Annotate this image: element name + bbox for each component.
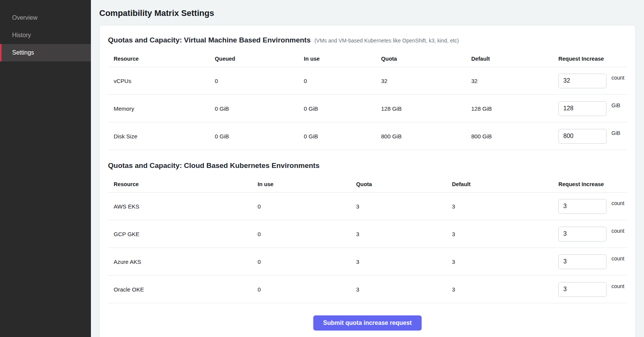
quota-cell: 800 GiB — [381, 133, 471, 140]
in-use-cell: 0 — [304, 78, 381, 84]
vm-section-title: Quotas and Capacity: Virtual Machine Bas… — [108, 36, 311, 44]
quota-cell: 3 — [356, 203, 452, 210]
table-row-memory: Memory 0 GiB 0 GiB 128 GiB 128 GiB GiB — [108, 95, 627, 122]
vm-quotas-section: Quotas and Capacity: Virtual Machine Bas… — [108, 36, 627, 150]
resource-cell: GCP GKE — [114, 231, 258, 237]
submit-button-row: Submit quota increase request — [108, 315, 627, 331]
request-increase-cell: count — [558, 227, 627, 241]
column-header-resource: Resource — [114, 181, 258, 187]
unit-label: count — [611, 283, 624, 289]
column-header-queued: Queued — [215, 56, 304, 62]
resource-cell: AWS EKS — [114, 203, 258, 210]
sidebar-nav: Overview History Settings — [0, 9, 91, 61]
resource-cell: Memory — [114, 105, 215, 112]
request-increase-cell: count — [558, 199, 627, 214]
unit-label: count — [611, 228, 624, 234]
quota-cell: 128 GiB — [381, 105, 471, 112]
unit-label: GiB — [611, 102, 620, 108]
cloud-table-header: Resource In use Quota Default Request In… — [108, 176, 627, 193]
vm-section-subtitle: (VMs and VM-based Kubernetes like OpenSh… — [314, 38, 459, 44]
sidebar: Overview History Settings — [0, 0, 91, 337]
quota-cell: 3 — [356, 259, 452, 265]
unit-label: count — [611, 200, 624, 206]
resource-cell: Oracle OKE — [114, 286, 258, 293]
gcp-gke-request-input[interactable] — [558, 227, 606, 241]
column-header-quota: Quota — [381, 56, 471, 62]
in-use-cell: 0 — [258, 259, 356, 265]
unit-label: count — [611, 75, 624, 81]
queued-cell: 0 — [215, 78, 304, 84]
oracle-oke-request-input[interactable] — [558, 282, 606, 297]
table-row-aws-eks: AWS EKS 0 3 3 count — [108, 193, 627, 220]
aws-eks-request-input[interactable] — [558, 199, 606, 214]
column-header-resource: Resource — [114, 56, 215, 62]
quota-cell: 3 — [356, 286, 452, 293]
column-header-default: Default — [452, 181, 558, 187]
queued-cell: 0 GiB — [215, 105, 304, 112]
queued-cell: 0 GiB — [215, 133, 304, 140]
table-row-azure-aks: Azure AKS 0 3 3 count — [108, 248, 627, 276]
table-row-disk-size: Disk Size 0 GiB 0 GiB 800 GiB 800 GiB Gi… — [108, 122, 627, 150]
vm-table-header: Resource Queued In use Quota Default Req… — [108, 50, 627, 67]
submit-quota-increase-button[interactable]: Submit quota increase request — [313, 315, 422, 331]
vcpus-request-input[interactable] — [558, 74, 606, 88]
page-title: Compatibility Matrix Settings — [99, 8, 636, 18]
cloud-section-header: Quotas and Capacity: Cloud Based Kuberne… — [108, 161, 627, 170]
vm-section-header: Quotas and Capacity: Virtual Machine Bas… — [108, 36, 627, 44]
column-header-in-use: In use — [258, 181, 356, 187]
in-use-cell: 0 GiB — [304, 133, 381, 140]
sidebar-item-overview[interactable]: Overview — [0, 9, 91, 27]
request-increase-cell: count — [558, 74, 627, 88]
table-row-gcp-gke: GCP GKE 0 3 3 count — [108, 220, 627, 248]
default-cell: 128 GiB — [471, 105, 558, 112]
request-increase-cell: count — [558, 254, 627, 269]
table-row-vcpus: vCPUs 0 0 32 32 count — [108, 67, 627, 95]
in-use-cell: 0 GiB — [304, 105, 381, 112]
default-cell: 3 — [452, 231, 558, 237]
column-header-quota: Quota — [356, 181, 452, 187]
unit-label: GiB — [611, 130, 620, 136]
cloud-section-title: Quotas and Capacity: Cloud Based Kuberne… — [108, 161, 320, 170]
default-cell: 32 — [471, 78, 558, 84]
in-use-cell: 0 — [258, 286, 356, 293]
main-content: Compatibility Matrix Settings Quotas and… — [91, 0, 644, 337]
in-use-cell: 0 — [258, 203, 356, 210]
cloud-quotas-section: Quotas and Capacity: Cloud Based Kuberne… — [108, 161, 627, 303]
default-cell: 3 — [452, 203, 558, 210]
default-cell: 3 — [452, 259, 558, 265]
quota-cell: 32 — [381, 78, 471, 84]
settings-card: Quotas and Capacity: Virtual Machine Bas… — [99, 25, 636, 337]
column-header-request-increase: Request Increase — [558, 181, 627, 187]
resource-cell: Disk Size — [114, 133, 215, 140]
memory-request-input[interactable] — [558, 101, 606, 116]
request-increase-cell: GiB — [558, 129, 627, 144]
resource-cell: vCPUs — [114, 78, 215, 84]
app-root: Overview History Settings Compatibility … — [0, 0, 644, 337]
quota-cell: 3 — [356, 231, 452, 237]
in-use-cell: 0 — [258, 231, 356, 237]
default-cell: 800 GiB — [471, 133, 558, 140]
request-increase-cell: GiB — [558, 101, 627, 116]
table-row-oracle-oke: Oracle OKE 0 3 3 count — [108, 276, 627, 303]
request-increase-cell: count — [558, 282, 627, 297]
column-header-request-increase: Request Increase — [558, 56, 627, 62]
azure-aks-request-input[interactable] — [558, 254, 606, 269]
column-header-default: Default — [471, 56, 558, 62]
default-cell: 3 — [452, 286, 558, 293]
sidebar-item-history[interactable]: History — [0, 27, 91, 44]
sidebar-item-settings[interactable]: Settings — [0, 44, 91, 61]
unit-label: count — [611, 255, 624, 262]
column-header-in-use: In use — [304, 56, 381, 62]
disk-size-request-input[interactable] — [558, 129, 606, 144]
resource-cell: Azure AKS — [114, 259, 258, 265]
